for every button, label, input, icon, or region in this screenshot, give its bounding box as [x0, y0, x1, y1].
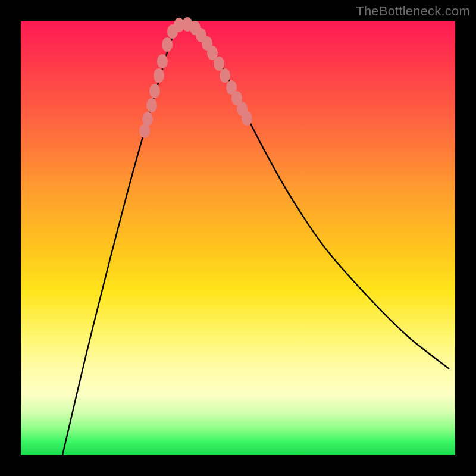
curve-marker	[157, 54, 168, 68]
curve-marker	[162, 37, 173, 52]
curve-svg	[21, 21, 455, 455]
curve-marker	[149, 84, 160, 98]
curve-marker	[142, 112, 153, 126]
curve-marker	[146, 98, 157, 112]
watermark-text: TheBottleneck.com	[356, 4, 470, 19]
curve-marker	[154, 68, 164, 83]
bottleneck-curve	[62, 24, 449, 455]
plot-area	[21, 21, 455, 455]
curve-marker	[220, 68, 230, 83]
curve-marker	[242, 111, 252, 126]
marker-group	[139, 17, 252, 138]
chart-frame: TheBottleneck.com	[0, 0, 476, 476]
curve-marker	[214, 57, 224, 71]
